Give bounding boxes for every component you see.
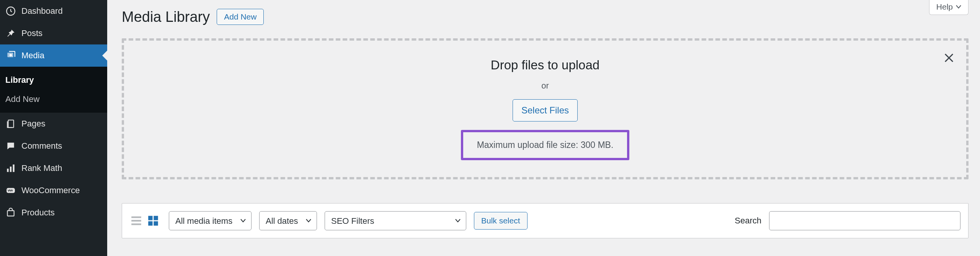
- sidebar-item-label: Media: [21, 51, 44, 61]
- sidebar-item-pages[interactable]: Pages: [0, 113, 107, 135]
- comment-icon: [5, 141, 16, 151]
- sidebar-item-label: Pages: [21, 119, 45, 129]
- pushpin-icon: [5, 28, 16, 38]
- help-tab-label: Help: [936, 2, 953, 11]
- sidebar-item-rankmath[interactable]: Rank Math: [0, 157, 107, 179]
- sidebar-item-dashboard[interactable]: Dashboard: [0, 0, 107, 22]
- sidebar-item-products[interactable]: Products: [0, 202, 107, 224]
- svg-rect-14: [154, 221, 158, 225]
- max-upload-size-note: Maximum upload file size: 300 MB.: [461, 130, 630, 160]
- close-icon[interactable]: [943, 52, 955, 64]
- sidebar-item-label: Rank Math: [21, 163, 62, 173]
- sidebar-item-label: Products: [21, 208, 55, 218]
- svg-rect-8: [131, 217, 141, 218]
- grid-view-icon[interactable]: [147, 214, 160, 227]
- media-filter-bar: All media items All dates SEO Filters Bu…: [122, 203, 969, 238]
- sidebar-item-label: Posts: [21, 28, 42, 38]
- svg-rect-5: [13, 164, 14, 172]
- submenu-item-add-new[interactable]: Add New: [0, 90, 107, 109]
- sidebar-item-comments[interactable]: Comments: [0, 135, 107, 157]
- admin-sidebar: Dashboard Posts Media Library Add New: [0, 0, 107, 256]
- page-icon: [5, 119, 16, 129]
- svg-rect-2: [8, 120, 14, 128]
- add-new-button[interactable]: Add New: [217, 9, 264, 25]
- drop-heading: Drop files to upload: [491, 58, 599, 72]
- sidebar-item-label: WooCommerce: [21, 185, 80, 195]
- content-area: Media Library Add New Help Drop files to…: [107, 0, 980, 256]
- seo-filter[interactable]: SEO Filters: [325, 211, 466, 230]
- bulk-select-button[interactable]: Bulk select: [474, 212, 528, 230]
- svg-rect-7: [7, 211, 14, 216]
- search-label: Search: [735, 216, 761, 226]
- list-view-icon[interactable]: [130, 214, 143, 227]
- caret-down-icon: [956, 5, 961, 9]
- page-header: Media Library Add New Help: [122, 0, 969, 34]
- search-input[interactable]: [769, 211, 960, 230]
- sidebar-item-label: Dashboard: [21, 6, 63, 16]
- media-drop-zone[interactable]: Drop files to upload or Select Files Max…: [122, 38, 969, 179]
- sidebar-item-woocommerce[interactable]: WooCommerce: [0, 179, 107, 202]
- svg-rect-11: [148, 216, 152, 220]
- page-title: Media Library: [122, 9, 210, 25]
- date-filter[interactable]: All dates: [259, 211, 317, 230]
- svg-rect-12: [154, 216, 158, 220]
- submenu-item-library[interactable]: Library: [0, 71, 107, 90]
- sidebar-item-label: Comments: [21, 141, 62, 151]
- media-submenu: Library Add New: [0, 67, 107, 113]
- sidebar-item-media[interactable]: Media: [0, 44, 107, 67]
- sidebar-item-posts[interactable]: Posts: [0, 22, 107, 44]
- products-icon: [5, 208, 16, 218]
- drop-or: or: [541, 81, 549, 91]
- svg-rect-10: [131, 223, 141, 225]
- select-files-button[interactable]: Select Files: [513, 99, 578, 121]
- dashboard-icon: [5, 6, 16, 16]
- svg-rect-9: [131, 220, 141, 222]
- chart-icon: [5, 163, 16, 173]
- svg-rect-4: [10, 167, 11, 172]
- media-type-filter[interactable]: All media items: [169, 211, 252, 230]
- view-toggle: [130, 214, 161, 227]
- svg-rect-13: [148, 221, 152, 225]
- help-tab[interactable]: Help: [929, 0, 969, 15]
- media-icon: [5, 51, 16, 61]
- svg-point-1: [10, 54, 12, 57]
- woocommerce-icon: [5, 185, 16, 195]
- svg-rect-3: [7, 169, 8, 172]
